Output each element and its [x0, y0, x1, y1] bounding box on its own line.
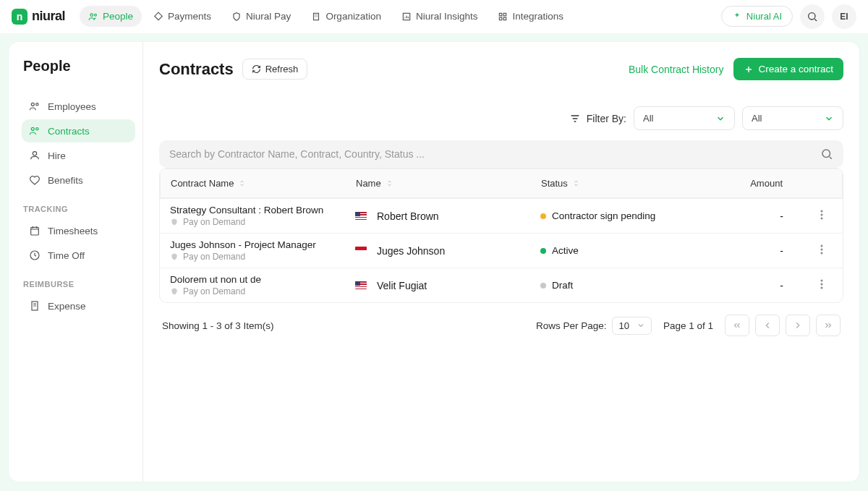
sidebar-item-expense[interactable]: Expense — [22, 294, 135, 317]
people-icon — [29, 125, 41, 137]
sidebar-item-time-off[interactable]: Time Off — [22, 244, 135, 267]
heart-icon — [29, 174, 41, 186]
refresh-icon — [252, 64, 261, 74]
sidebar-section-tracking: TRACKING — [23, 205, 135, 213]
flag-icon — [355, 247, 367, 255]
svg-rect-6 — [500, 17, 503, 20]
svg-rect-5 — [504, 13, 507, 16]
pager-last[interactable] — [816, 315, 841, 336]
topnav-payments[interactable]: Payments — [145, 6, 220, 27]
svg-point-21 — [821, 245, 823, 247]
top-bar: n niural People Payments Niural Pay Orga… — [0, 0, 868, 33]
svg-point-0 — [90, 13, 93, 16]
pager-prev[interactable] — [755, 315, 780, 336]
grid-icon — [498, 12, 508, 22]
create-contract-button[interactable]: Create a contract — [733, 58, 843, 80]
table-row[interactable]: Juges Johnson - Project Manager Pay on D… — [160, 233, 843, 268]
table-row[interactable]: Strategy Consultant : Robert Brown Pay o… — [160, 198, 843, 233]
main-content: Contracts Refresh Bulk Contract History … — [143, 42, 859, 482]
column-amount[interactable]: Amount — [722, 178, 810, 189]
filter-bar: Filter By: All All — [159, 106, 843, 130]
svg-point-8 — [809, 12, 815, 19]
status-dot-icon — [540, 248, 546, 254]
svg-point-23 — [821, 252, 823, 255]
flag-icon — [355, 212, 367, 220]
sidebar-item-hire[interactable]: Hire — [22, 144, 135, 167]
people-icon — [29, 101, 41, 112]
table-row[interactable]: Dolorem ut non ut de Pay on Demand Velit… — [160, 268, 843, 302]
page-of-text: Page 1 of 1 — [663, 320, 713, 331]
filter-icon — [569, 113, 581, 124]
svg-rect-2 — [314, 13, 319, 20]
clock-icon — [29, 249, 41, 261]
contract-amount: - — [721, 210, 811, 222]
contractor-name: Juges Johnson — [355, 245, 540, 257]
filter-select-2[interactable]: All — [742, 106, 843, 130]
chevron-down-icon — [637, 321, 645, 330]
row-actions-menu[interactable] — [811, 279, 833, 291]
chevron-right-icon — [793, 320, 803, 330]
contract-status: Active — [540, 245, 721, 256]
showing-text: Showing 1 - 3 of 3 Item(s) — [162, 320, 274, 331]
column-contract-name[interactable]: Contract Name — [171, 178, 356, 189]
more-vertical-icon — [820, 244, 823, 255]
column-status[interactable]: Status — [541, 178, 722, 189]
sidebar-item-timesheets[interactable]: Timesheets — [22, 219, 135, 242]
more-vertical-icon — [820, 279, 823, 289]
contract-name: Dolorem ut non ut de — [170, 274, 261, 285]
topnav-organization[interactable]: Organization — [302, 6, 390, 27]
svg-point-18 — [821, 210, 823, 213]
filter-label: Filter By: — [569, 113, 626, 124]
svg-point-24 — [821, 280, 823, 282]
search-bar[interactable] — [159, 140, 843, 168]
filter-select-1[interactable]: All — [634, 106, 735, 130]
more-vertical-icon — [820, 210, 823, 220]
topnav-integrations[interactable]: Integrations — [489, 6, 572, 27]
column-name[interactable]: Name — [356, 178, 541, 189]
search-input[interactable] — [169, 148, 820, 160]
global-search-button[interactable] — [800, 4, 825, 29]
user-avatar[interactable]: EI — [832, 4, 856, 29]
contract-status: Contractor sign pending — [540, 210, 721, 221]
svg-point-25 — [821, 283, 823, 286]
svg-rect-7 — [504, 17, 507, 20]
contract-sub: Pay on Demand — [170, 217, 323, 227]
shield-icon — [170, 218, 179, 226]
topnav-insights[interactable]: Niural Insights — [393, 6, 487, 27]
pager-first[interactable] — [725, 315, 749, 336]
contract-sub: Pay on Demand — [170, 286, 261, 296]
table-footer: Showing 1 - 3 of 3 Item(s) Rows Per Page… — [159, 303, 843, 339]
svg-point-9 — [31, 103, 34, 106]
calendar-icon — [29, 225, 41, 236]
row-actions-menu[interactable] — [811, 210, 833, 222]
svg-point-13 — [33, 152, 36, 155]
shield-icon — [170, 252, 179, 261]
bulk-contract-history-link[interactable]: Bulk Contract History — [629, 64, 723, 75]
niural-ai-button[interactable]: Niural AI — [721, 6, 793, 27]
rows-per-page-select[interactable]: 10 — [612, 317, 651, 335]
contract-sub: Pay on Demand — [170, 252, 316, 262]
sparkle-icon — [732, 12, 742, 22]
refresh-button[interactable]: Refresh — [242, 59, 308, 80]
sidebar-item-benefits[interactable]: Benefits — [22, 168, 135, 192]
topnav-people[interactable]: People — [80, 6, 142, 27]
person-icon — [29, 150, 41, 161]
sidebar-section-reimburse: REIMBURSE — [23, 280, 135, 289]
row-actions-menu[interactable] — [811, 244, 833, 257]
sort-icon — [238, 179, 246, 187]
brand-logo[interactable]: n niural — [12, 9, 65, 25]
top-nav: People Payments Niural Pay Organization … — [80, 6, 572, 27]
flag-icon — [355, 281, 367, 289]
sidebar-item-contracts[interactable]: Contracts — [22, 119, 135, 142]
sort-icon — [386, 179, 393, 187]
svg-point-20 — [821, 218, 823, 220]
chevron-down-icon — [715, 114, 726, 124]
search-icon — [820, 148, 833, 161]
sidebar-item-employees[interactable]: Employees — [22, 95, 135, 118]
svg-point-17 — [822, 150, 830, 158]
topnav-niural-pay[interactable]: Niural Pay — [223, 6, 299, 27]
sidebar-title: People — [22, 58, 135, 74]
rows-per-page-label: Rows Per Page: — [536, 320, 607, 331]
status-dot-icon — [540, 283, 546, 289]
pager-next[interactable] — [786, 315, 810, 336]
